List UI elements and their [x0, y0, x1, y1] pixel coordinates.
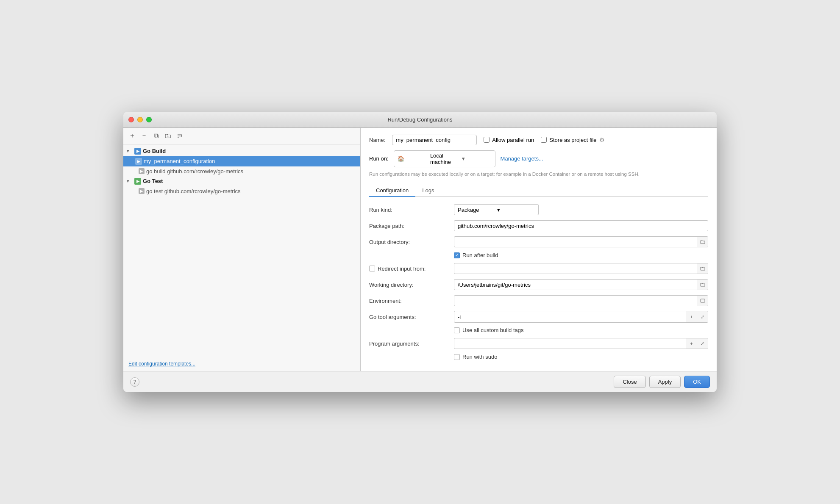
go-tool-args-add-button[interactable]: +	[686, 311, 697, 322]
custom-build-tags-label: Use all custom build tags	[462, 327, 524, 333]
maximize-button[interactable]	[146, 117, 152, 122]
tree-item-go-test-metrics[interactable]: ▶ go test github.com/rcrowley/go-metrics	[123, 186, 360, 196]
working-dir-control	[454, 279, 708, 290]
environment-row: Environment:	[369, 295, 708, 307]
run-with-sudo-label: Run with sudo	[462, 354, 497, 360]
svg-rect-4	[701, 299, 705, 302]
tab-configuration[interactable]: Configuration	[369, 185, 415, 197]
redirect-input-control	[454, 263, 708, 274]
config-icon-selected: ▶	[135, 158, 142, 165]
run-kind-value: Package	[458, 207, 495, 213]
sort-button[interactable]	[175, 131, 184, 141]
bottom-left: ?	[130, 377, 610, 387]
chevron-down-icon: ▾	[127, 179, 133, 183]
edit-templates-link[interactable]: Edit configuration templates...	[123, 357, 360, 371]
run-on-select[interactable]: 🏠 Local machine ▾	[394, 150, 495, 167]
run-after-build-label: Run after build	[462, 252, 498, 258]
allow-parallel-label: Allow parallel run	[492, 137, 534, 143]
main-window: Run/Debug Configurations ＋ － ⧉ +	[123, 112, 717, 392]
create-folder-button[interactable]: +	[163, 131, 172, 141]
package-path-label: Package path:	[369, 223, 454, 229]
run-after-build-checkbox[interactable]: ✓	[454, 252, 460, 258]
redirect-input-field[interactable]	[454, 264, 697, 273]
configuration-form: Run kind: Package ▾ Package path:	[369, 204, 708, 364]
tabs-bar: Configuration Logs	[369, 185, 708, 197]
go-test-icon: ▶	[134, 178, 141, 185]
close-button[interactable]	[128, 117, 134, 122]
package-path-input[interactable]	[454, 220, 708, 231]
output-dir-folder-button[interactable]	[697, 236, 708, 247]
tree-item-go-build-metrics[interactable]: ▶ go build github.com/rcrowley/go-metric…	[123, 166, 360, 176]
home-icon: 🏠	[398, 155, 427, 162]
store-project-group: Store as project file ⚙	[541, 136, 604, 143]
program-args-input[interactable]	[454, 339, 686, 348]
svg-text:+: +	[167, 134, 169, 138]
go-tool-args-label: Go tool arguments:	[369, 314, 454, 320]
go-build-small-icon: ▶	[139, 168, 145, 174]
go-tool-args-expand-button[interactable]: ⤢	[697, 311, 708, 322]
working-dir-input[interactable]	[454, 280, 697, 289]
run-kind-select[interactable]: Package ▾	[454, 204, 539, 215]
tab-logs[interactable]: Logs	[415, 185, 441, 197]
run-with-sudo-checkbox[interactable]	[454, 354, 460, 360]
environment-input[interactable]	[454, 296, 697, 305]
right-panel: Name: Allow parallel run Store as projec…	[361, 128, 717, 371]
left-panel: ＋ － ⧉ +	[123, 128, 361, 371]
tree-group-go-build[interactable]: ▾ ▶ Go Build	[123, 146, 360, 156]
minimize-button[interactable]	[137, 117, 143, 122]
package-path-row: Package path:	[369, 220, 708, 232]
name-input[interactable]	[392, 135, 477, 145]
store-project-checkbox[interactable]	[541, 137, 547, 143]
tree-item-label: go build github.com/rcrowley/go-metrics	[146, 168, 243, 174]
program-args-label: Program arguments:	[369, 341, 454, 347]
environment-label: Environment:	[369, 298, 454, 304]
go-tool-args-control: + ⤢	[454, 311, 708, 323]
run-kind-control: Package ▾	[454, 204, 708, 215]
tree-group-go-test[interactable]: ▾ ▶ Go Test	[123, 176, 360, 186]
ok-button[interactable]: OK	[684, 376, 710, 388]
remove-button[interactable]: －	[139, 131, 149, 141]
close-button[interactable]: Close	[614, 376, 645, 388]
toolbar: ＋ － ⧉ +	[123, 128, 360, 144]
gear-icon[interactable]: ⚙	[599, 136, 605, 143]
store-project-label: Store as project file	[549, 137, 596, 143]
redirect-input-row: Redirect input from:	[369, 263, 708, 274]
allow-parallel-group: Allow parallel run	[484, 137, 534, 143]
working-dir-folder-button[interactable]	[697, 279, 708, 290]
redirect-input-checkbox[interactable]	[369, 266, 375, 271]
run-on-row: Run on: 🏠 Local machine ▾ Manage targets…	[369, 150, 708, 167]
go-build-icon: ▶	[134, 148, 141, 155]
titlebar: Run/Debug Configurations	[123, 112, 717, 128]
run-kind-label: Run kind:	[369, 207, 454, 213]
add-button[interactable]: ＋	[128, 131, 137, 141]
redirect-input-folder-button[interactable]	[697, 263, 708, 274]
tree-item-my-permanent-config[interactable]: ▶ my_permanent_configuration	[123, 156, 360, 166]
chevron-down-icon: ▾	[497, 207, 535, 213]
program-args-expand-button[interactable]: ⤢	[697, 338, 708, 349]
output-dir-input[interactable]	[454, 238, 697, 246]
package-path-control	[454, 220, 708, 231]
manage-targets-link[interactable]: Manage targets...	[501, 155, 543, 162]
run-with-sudo-row: Run with sudo	[454, 354, 708, 360]
custom-build-tags-checkbox[interactable]	[454, 327, 460, 333]
help-button[interactable]: ?	[130, 377, 139, 387]
go-build-label: Go Build	[143, 148, 166, 154]
program-args-add-button[interactable]: +	[686, 338, 697, 349]
tree-area: ▾ ▶ Go Build ▶ my_permanent_configuratio…	[123, 144, 360, 357]
custom-build-tags-row: Use all custom build tags	[454, 327, 708, 333]
go-tool-args-input[interactable]	[454, 313, 686, 321]
go-tool-args-row: Go tool arguments: + ⤢	[369, 311, 708, 323]
output-dir-row: Output directory:	[369, 236, 708, 248]
copy-button[interactable]: ⧉	[151, 131, 161, 141]
program-args-control: + ⤢	[454, 338, 708, 349]
allow-parallel-checkbox[interactable]	[484, 137, 490, 143]
name-label: Name:	[369, 137, 385, 143]
output-dir-control	[454, 236, 708, 247]
apply-button[interactable]: Apply	[649, 376, 681, 388]
environment-edit-button[interactable]	[697, 295, 708, 306]
working-dir-label: Working directory:	[369, 282, 454, 288]
go-test-label: Go Test	[143, 178, 163, 184]
window-title: Run/Debug Configurations	[387, 116, 452, 123]
go-test-small-icon: ▶	[139, 188, 145, 194]
run-on-label: Run on:	[369, 155, 389, 162]
